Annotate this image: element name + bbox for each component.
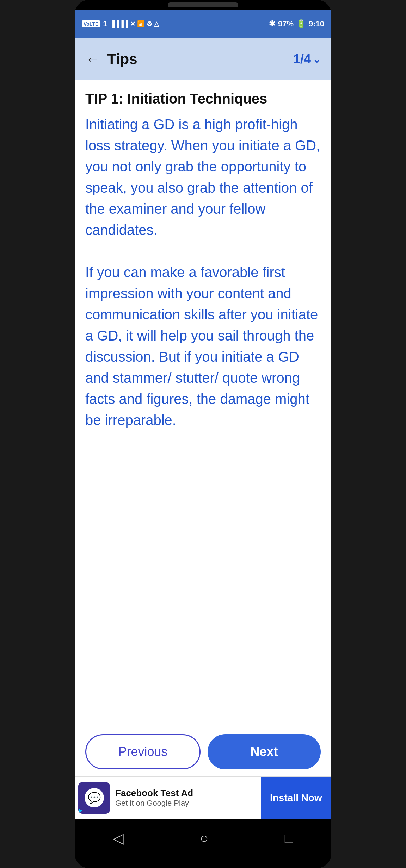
status-right: ✱ 97% 🔋 9:10: [269, 19, 324, 29]
page-indicator[interactable]: 1/4 ⌄: [293, 52, 321, 67]
status-left: VoLTE 1 ▐▐▐▐ ✕ 📶 ⚙ △: [82, 19, 159, 29]
app-header: ← Tips 1/4 ⌄: [75, 38, 331, 80]
status-bar: VoLTE 1 ▐▐▐▐ ✕ 📶 ⚙ △ ✱ 97% 🔋 9:10: [75, 10, 331, 38]
time-display: 9:10: [309, 19, 324, 29]
battery-icon: 🔋: [296, 19, 306, 29]
ad-app-icon: 💬 ▶: [78, 782, 110, 814]
chevron-down-icon: ⌄: [313, 54, 321, 65]
notch: [168, 2, 238, 7]
top-bar: [75, 0, 331, 10]
nav-buttons: Previous Next: [75, 727, 331, 776]
page-title: Tips: [107, 51, 293, 68]
usb-icon: ⚙: [147, 20, 152, 28]
tip-body: Initiating a GD is a high profit-high lo…: [85, 114, 321, 431]
recents-nav-icon[interactable]: □: [285, 830, 293, 846]
phone-frame: VoLTE 1 ▐▐▐▐ ✕ 📶 ⚙ △ ✱ 97% 🔋 9:10 ← Tips…: [75, 0, 331, 868]
home-nav-icon[interactable]: ○: [200, 830, 208, 846]
system-bar: [75, 857, 331, 868]
next-button[interactable]: Next: [208, 734, 321, 769]
network-indicator: 1: [103, 19, 107, 29]
content-area: TIP 1: Initiation Techniques Initiating …: [75, 80, 331, 727]
install-button[interactable]: Install Now: [261, 777, 331, 819]
warning-icon: △: [154, 20, 159, 28]
volte-badge: VoLTE: [82, 20, 100, 27]
wifi-icon: 📶: [137, 20, 145, 28]
signal-x-icon: ✕: [130, 20, 135, 28]
back-nav-icon[interactable]: ◁: [113, 830, 124, 846]
ad-title: Facebook Test Ad: [115, 788, 193, 799]
play-badge-icon: ▶: [79, 807, 83, 813]
ad-banner: 💬 ▶ Facebook Test Ad Get it on Google Pl…: [75, 776, 331, 819]
signal-icon: ▐▐▐▐: [110, 20, 128, 28]
paragraph-1: Initiating a GD is a high profit-high lo…: [85, 114, 321, 241]
bluetooth-icon: ✱: [269, 19, 275, 29]
ad-subtitle: Get it on Google Play: [115, 799, 193, 808]
previous-button[interactable]: Previous: [85, 734, 201, 769]
ad-text: Facebook Test Ad Get it on Google Play: [115, 788, 193, 808]
bottom-nav: ◁ ○ □: [75, 819, 331, 857]
ad-left: 💬 ▶ Facebook Test Ad Get it on Google Pl…: [75, 782, 261, 814]
battery-percent: 97%: [278, 19, 294, 29]
page-number: 1/4: [293, 52, 311, 67]
back-button[interactable]: ←: [85, 51, 100, 68]
chat-icon: 💬: [85, 788, 104, 807]
paragraph-2: If you can make a favorable first impres…: [85, 262, 321, 431]
status-icons: ▐▐▐▐ ✕ 📶 ⚙ △: [110, 20, 159, 28]
tip-title: TIP 1: Initiation Techniques: [85, 91, 321, 107]
